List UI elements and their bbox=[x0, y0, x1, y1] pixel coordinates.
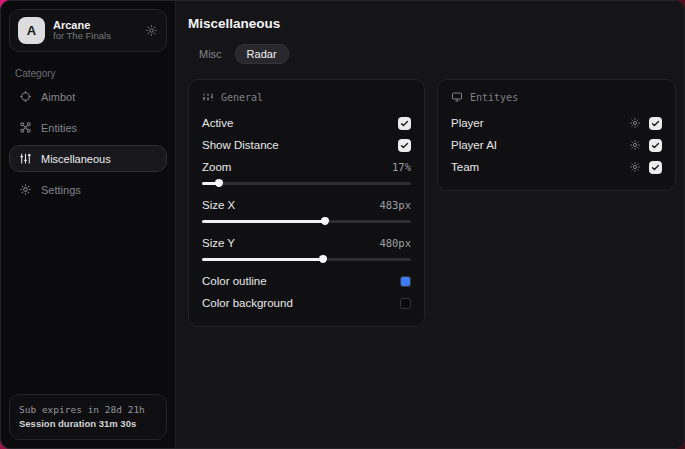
monitor-icon bbox=[451, 91, 463, 103]
toggle-row-show-distance: Show Distance bbox=[202, 134, 411, 156]
tab-radar[interactable]: Radar bbox=[235, 44, 289, 64]
profile-gear-icon[interactable] bbox=[145, 24, 158, 37]
entities-panel-header: Entityes bbox=[451, 91, 662, 103]
player-checkbox[interactable] bbox=[649, 117, 662, 130]
size-y-slider-thumb[interactable] bbox=[319, 255, 327, 263]
slider-row-size-y: Size Y 480px bbox=[202, 232, 411, 254]
team-checkbox[interactable] bbox=[649, 161, 662, 174]
app-window: A Arcane for The Finals Category bbox=[0, 0, 685, 449]
general-panel: General Active Show Distance Zoom bbox=[188, 79, 425, 327]
page-title: Miscellaneous bbox=[188, 16, 676, 31]
sub-expiry-text: Sub expires in 28d 21h bbox=[19, 403, 157, 417]
general-panel-title: General bbox=[221, 92, 263, 103]
toggle-row-active: Active bbox=[202, 112, 411, 134]
avatar: A bbox=[18, 17, 45, 44]
entity-row-player-ai: Player AI bbox=[451, 134, 662, 156]
size-y-slider[interactable] bbox=[202, 256, 411, 263]
sidebar-item-label: Entities bbox=[41, 122, 77, 134]
sidebar-item-entities[interactable]: Entities bbox=[9, 114, 167, 141]
sidebar-nav: Aimbot Entities bbox=[9, 83, 167, 203]
zoom-slider[interactable] bbox=[202, 180, 411, 187]
team-gear-icon[interactable] bbox=[629, 161, 641, 173]
player-ai-gear-icon[interactable] bbox=[629, 139, 641, 151]
tab-bar: Misc Radar bbox=[188, 44, 676, 64]
entities-panel: Entityes Player bbox=[437, 79, 676, 191]
sidebar: A Arcane for The Finals Category bbox=[1, 1, 176, 448]
entity-row-player: Player bbox=[451, 112, 662, 134]
tab-misc[interactable]: Misc bbox=[188, 44, 233, 64]
size-y-value: 480px bbox=[379, 237, 411, 249]
entity-row-team: Team bbox=[451, 156, 662, 178]
session-duration-text: Session duration 31m 30s bbox=[19, 417, 157, 431]
active-checkbox[interactable] bbox=[398, 117, 411, 130]
equalizer-icon bbox=[202, 91, 214, 103]
panels-row: General Active Show Distance Zoom bbox=[188, 79, 676, 327]
gear-icon bbox=[19, 183, 32, 196]
slider-row-zoom: Zoom 17% bbox=[202, 156, 411, 178]
subscription-status-card: Sub expires in 28d 21h Session duration … bbox=[9, 394, 167, 441]
sidebar-item-aimbot[interactable]: Aimbot bbox=[9, 83, 167, 110]
crosshair-icon bbox=[19, 90, 32, 103]
color-row-background: Color background bbox=[202, 292, 411, 314]
color-background-swatch[interactable] bbox=[400, 298, 411, 309]
general-panel-header: General bbox=[202, 91, 411, 103]
zoom-value: 17% bbox=[392, 161, 411, 173]
size-x-value: 483px bbox=[379, 199, 411, 211]
size-x-slider-thumb[interactable] bbox=[321, 217, 329, 225]
slider-row-size-x: Size X 483px bbox=[202, 194, 411, 216]
color-row-outline: Color outline bbox=[202, 270, 411, 292]
entities-icon bbox=[19, 121, 32, 134]
profile-meta: Arcane for The Finals bbox=[53, 19, 137, 43]
main-content: Miscellaneous Misc Radar General bbox=[176, 1, 685, 448]
profile-subtitle: for The Finals bbox=[53, 31, 137, 42]
sidebar-item-label: Miscellaneous bbox=[41, 153, 111, 165]
zoom-slider-thumb[interactable] bbox=[215, 179, 223, 187]
entities-panel-title: Entityes bbox=[470, 92, 518, 103]
profile-card: A Arcane for The Finals bbox=[9, 9, 167, 52]
sliders-icon bbox=[19, 152, 32, 165]
category-label: Category bbox=[15, 68, 161, 79]
sidebar-item-settings[interactable]: Settings bbox=[9, 176, 167, 203]
show-distance-checkbox[interactable] bbox=[398, 139, 411, 152]
player-gear-icon[interactable] bbox=[629, 117, 641, 129]
player-ai-checkbox[interactable] bbox=[649, 139, 662, 152]
color-outline-swatch[interactable] bbox=[400, 276, 411, 287]
sidebar-item-label: Settings bbox=[41, 184, 81, 196]
size-x-slider[interactable] bbox=[202, 218, 411, 225]
sidebar-item-label: Aimbot bbox=[41, 91, 75, 103]
sidebar-item-miscellaneous[interactable]: Miscellaneous bbox=[9, 145, 167, 172]
